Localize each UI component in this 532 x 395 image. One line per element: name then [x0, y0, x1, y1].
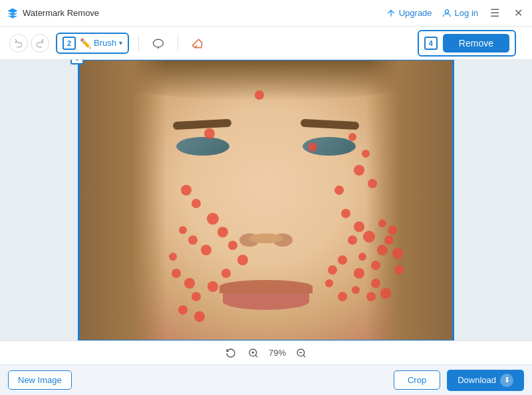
menu-button[interactable]: ☰: [487, 5, 502, 21]
step3-badge: 3: [70, 60, 84, 65]
lasso-button[interactable]: [148, 33, 168, 53]
download-icon: ⬇: [500, 374, 513, 387]
svg-point-0: [445, 9, 448, 13]
undo-icon: [14, 39, 23, 48]
svg-line-49: [255, 355, 257, 357]
rotate-button[interactable]: [223, 346, 238, 360]
erase-button[interactable]: [188, 33, 207, 53]
zoom-in-button[interactable]: [246, 346, 261, 360]
upgrade-icon: [386, 8, 396, 19]
toolbar-separator-2: [178, 35, 178, 51]
remove-group: 4 Remove: [418, 30, 516, 57]
face-image[interactable]: [80, 61, 452, 340]
left-eye: [176, 137, 229, 156]
hair-left: [80, 61, 166, 340]
nose: [239, 194, 293, 247]
eraser-icon: [191, 37, 204, 50]
right-eye: [303, 137, 356, 156]
zoom-out-icon: [296, 348, 307, 358]
toolbar-separator: [138, 35, 139, 51]
toolbar: 2 ✏️ Brush ▾ 4 Remove: [0, 27, 532, 60]
hair-right: [366, 61, 452, 340]
title-bar: Watermark Remove Upgrade Log in ☰ ✕: [0, 0, 532, 27]
svg-point-1: [153, 39, 163, 47]
user-icon: [442, 8, 452, 19]
rotate-icon: [225, 348, 236, 358]
zoom-out-button[interactable]: [294, 346, 309, 360]
canvas-wrapper[interactable]: 3: [78, 60, 454, 340]
upgrade-button[interactable]: Upgrade: [386, 8, 432, 19]
lasso-icon: [152, 37, 165, 50]
new-image-button[interactable]: New Image: [8, 370, 72, 390]
app-icon: [7, 7, 19, 19]
brush-label: Brush: [94, 38, 116, 48]
chevron-down-icon: ▾: [119, 39, 122, 47]
login-button[interactable]: Log in: [442, 8, 478, 19]
toolbar-nav: [9, 34, 49, 53]
step4-badge: 4: [424, 37, 438, 50]
login-label: Log in: [455, 8, 478, 18]
redo-button[interactable]: [31, 34, 49, 53]
download-button[interactable]: Download ⬇: [447, 370, 524, 391]
step3-badge-container: 3: [70, 60, 84, 65]
brush-icon: ✏️: [80, 38, 91, 49]
close-button[interactable]: ✕: [511, 5, 525, 21]
title-bar-left: Watermark Remove: [7, 7, 386, 19]
upgrade-label: Upgrade: [399, 8, 432, 18]
bottom-bar: New Image Crop Download ⬇: [0, 364, 532, 395]
redo-icon: [35, 39, 45, 48]
brush-tool-group[interactable]: 2 ✏️ Brush ▾: [56, 33, 129, 54]
remove-button[interactable]: Remove: [443, 34, 509, 53]
status-bar: 79%: [0, 340, 532, 364]
crop-button[interactable]: Crop: [394, 370, 440, 390]
bottom-right-group: Crop Download ⬇: [394, 370, 524, 391]
main-canvas-area: 3: [0, 60, 532, 340]
zoom-in-icon: [248, 348, 259, 358]
step2-badge: 2: [63, 37, 76, 50]
zoom-level: 79%: [269, 348, 286, 358]
lips: [219, 280, 313, 310]
svg-line-53: [303, 355, 305, 357]
title-bar-right: Upgrade Log in ☰ ✕: [386, 5, 525, 21]
undo-button[interactable]: [9, 34, 28, 53]
brush-button[interactable]: ✏️ Brush ▾: [80, 38, 122, 49]
app-title: Watermark Remove: [23, 8, 99, 18]
download-label: Download: [458, 375, 496, 385]
